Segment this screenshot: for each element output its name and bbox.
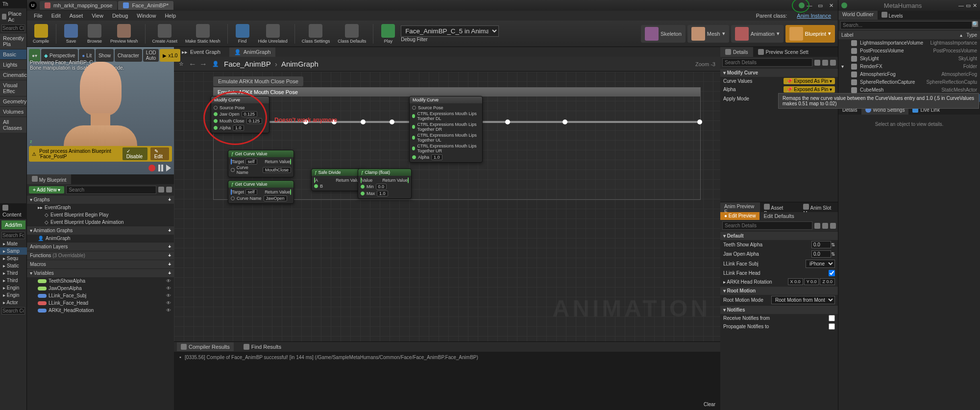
variable-item[interactable]: TeethShowAlpha👁 (27, 277, 174, 285)
col-type[interactable]: Type (966, 32, 977, 38)
section-graphs[interactable]: ▾ Graphs+ (27, 195, 174, 204)
crumb-root[interactable]: Face_AnimBP (224, 60, 271, 68)
item-begin-play[interactable]: ◇ Event Blueprint Begin Play (27, 211, 174, 218)
node-modify-curve-2[interactable]: Modify Curve Source Pose CTRL Expression… (409, 96, 483, 163)
nav-fwd[interactable]: → (199, 60, 207, 69)
outliner-item[interactable]: SphereReflectionCaptureSphereReflectionC… (838, 78, 980, 86)
fr-close[interactable]: ✕ (973, 2, 977, 9)
cat-lights[interactable]: Lights (0, 59, 26, 70)
comment-title[interactable]: Emulate ARKit Mouth Close Pose (214, 88, 700, 96)
menu-window[interactable]: Window (133, 12, 160, 20)
edit-button[interactable]: ✎ Edit (150, 147, 169, 160)
cat-geometry[interactable]: Geometry (0, 96, 26, 106)
graph-canvas[interactable]: Emulate ARKit Mouth Close Pose Emulate A… (174, 72, 720, 341)
section-functions[interactable]: Functions (3 Overridable)+ (27, 251, 174, 260)
tab-compiler-results[interactable]: Compiler Results (177, 342, 234, 351)
rot-y[interactable]: Y 0.0 (804, 278, 819, 285)
edit-preview-button[interactable]: ● Edit Preview (720, 212, 760, 220)
menu-view[interactable]: View (88, 12, 107, 20)
variable-item[interactable]: ARKit_HeadRotation👁 (27, 307, 174, 314)
minimize-button[interactable]: — (805, 2, 814, 9)
add-variable[interactable]: + (168, 270, 171, 276)
cat-recently[interactable]: Recently Pla (0, 33, 26, 49)
search-icon[interactable] (158, 187, 164, 193)
cat-notifies[interactable]: ▾ Notifies (720, 305, 838, 314)
find-button[interactable]: Find (232, 23, 253, 45)
cat-default[interactable]: ▾ Default (720, 231, 838, 240)
play-button[interactable]: Play (377, 23, 399, 45)
head-checkbox[interactable] (829, 270, 835, 276)
add-graph[interactable]: + (168, 197, 171, 202)
outliner-item[interactable]: LightmassImportanceVolumeLightmassImport… (838, 39, 980, 47)
cb-search-folders[interactable] (1, 232, 25, 239)
close-button[interactable]: ✕ (826, 2, 836, 9)
matrix-icon[interactable] (822, 60, 828, 66)
variable-item[interactable]: JawOpenAlpha👁 (27, 285, 174, 292)
mode-mesh[interactable]: Mesh ▾ (687, 25, 729, 43)
tab-eventgraph[interactable]: ▸▸ Event Graph (177, 48, 225, 57)
outliner-item[interactable]: SkyLightSkyLight (838, 55, 980, 63)
mode-skeleton[interactable]: Skeleton (641, 25, 686, 43)
tab-details[interactable]: Details (720, 47, 753, 57)
level-tab[interactable]: Th (0, 0, 26, 8)
node-modify-curve-1[interactable]: Modify Curve Source Pose Jaw Open 0.125 … (211, 96, 270, 133)
tab-animgraph[interactable]: 👤 AnimGraph (229, 48, 276, 57)
tab-face-animbp[interactable]: Face_AnimBP* (118, 1, 173, 10)
node-get-curve-value-1[interactable]: ƒ Get Curve Value Target selfReturn Valu… (228, 150, 294, 177)
debug-filter-select[interactable]: Face_AnimBP_C_5 in AnimationEditorPrevie… (401, 25, 499, 37)
section-layers[interactable]: Animation Layers+ (27, 242, 174, 251)
anim-search[interactable] (722, 221, 812, 230)
source-control-icon[interactable] (799, 2, 805, 8)
class-defaults-button[interactable]: Class Defaults (335, 23, 369, 45)
section-macros[interactable]: Macros+ (27, 260, 174, 268)
add-function[interactable]: + (168, 253, 171, 258)
make-static-mesh-button[interactable]: Make Static Mesh (182, 23, 223, 45)
node-clamp[interactable]: ƒ Clamp (float) ValueReturn Value Min 0.… (358, 169, 412, 199)
eye-icon[interactable] (830, 223, 836, 229)
preview-mesh-button[interactable]: Preview Mesh (107, 23, 141, 45)
add-new-button[interactable]: + Add New ▾ (29, 186, 64, 193)
content-browser-tab[interactable]: Content (0, 203, 27, 219)
mode-blueprint[interactable]: Blueprint ▾ (785, 25, 835, 43)
search-icon[interactable] (814, 223, 820, 229)
source-control-icon[interactable] (841, 2, 847, 8)
menu-help[interactable]: Help (161, 12, 180, 20)
add-animgraph[interactable]: + (168, 228, 171, 233)
outliner-item[interactable]: AtmosphericFogAtmosphericFog (838, 71, 980, 78)
node-get-curve-value-2[interactable]: ƒ Get Curve Value Target selfReturn Valu… (228, 180, 294, 204)
step-button[interactable] (166, 165, 171, 171)
menu-asset[interactable]: Asset (66, 12, 87, 20)
item-eventgraph[interactable]: ▸▸ EventGraph (27, 204, 174, 211)
cb-tree[interactable]: ▸ Mate ▸ Samp ▸ Sequ ▸ Static ▸ Third ▸ … (0, 240, 27, 306)
teeth-input[interactable] (811, 241, 831, 248)
search-icon[interactable]: 🔍 (972, 21, 978, 27)
variable-item[interactable]: LLink_Face_Subj👁 (27, 292, 174, 299)
parent-class-link[interactable]: Anim Instance (793, 12, 835, 20)
col-label[interactable]: Label (841, 32, 956, 38)
gear-icon[interactable] (166, 187, 172, 193)
jaw-input[interactable] (811, 250, 831, 258)
fr-maximize[interactable]: ▭ (966, 2, 971, 9)
add-import-button[interactable]: Add/Im (1, 220, 25, 229)
tab-preview-scene[interactable]: Preview Scene Sett (753, 47, 813, 57)
cat-visualfx[interactable]: Visual Effec (0, 80, 26, 96)
outliner-tree[interactable]: LightmassImportanceVolumeLightmassImport… (838, 39, 980, 102)
fr-minimize[interactable]: — (958, 2, 964, 8)
record-button[interactable] (148, 165, 155, 171)
disable-button[interactable]: ✓ Disable (122, 147, 147, 160)
tab-world-outliner[interactable]: World Outliner (838, 11, 878, 20)
menu-edit[interactable]: Edit (48, 12, 65, 20)
rot-z[interactable]: Z 0.0 (820, 278, 835, 285)
tab-asset-browser[interactable]: Asset Brows (760, 202, 799, 212)
browse-button[interactable]: Browse (84, 23, 105, 45)
mybp-search[interactable] (66, 186, 156, 194)
cat-root-motion[interactable]: ▾ Root Motion (720, 286, 838, 295)
outliner-item[interactable]: PostProcessVolumePostProcessVolume (838, 47, 980, 55)
expose-pin-alpha[interactable]: 📌 Exposed As Pin ▾ (784, 86, 835, 93)
section-animgraphs[interactable]: ▾ Animation Graphs+ (27, 226, 174, 235)
crumb-leaf[interactable]: AnimGraph (281, 60, 318, 68)
mode-animation[interactable]: Animation ▾ (731, 25, 784, 43)
section-variables[interactable]: ▾ Variables+ (27, 268, 174, 277)
menu-debug[interactable]: Debug (108, 12, 132, 20)
rot-x[interactable]: X 0.0 (788, 278, 803, 285)
